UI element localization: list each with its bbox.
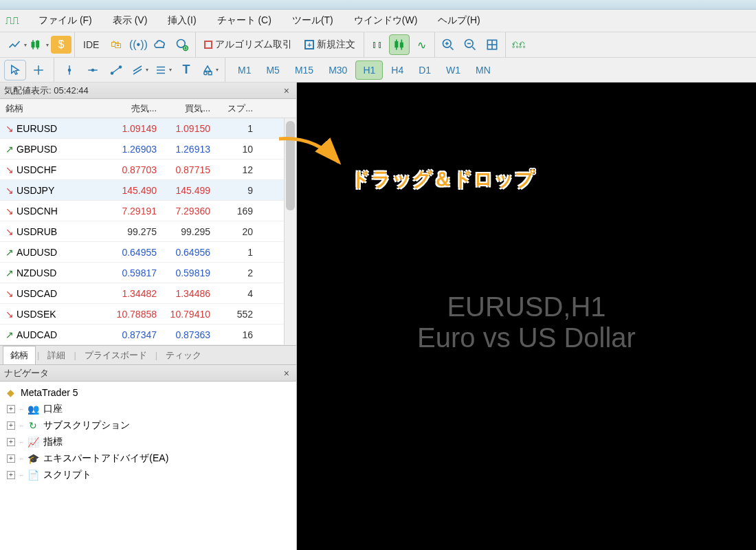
market-watch-header[interactable]: 気配値表示: 05:42:44 × — [0, 82, 296, 99]
direction-icon: ↘ — [5, 309, 14, 320]
cursor-tool-icon[interactable] — [4, 60, 26, 80]
candlestick-icon[interactable] — [389, 34, 410, 55]
grid-icon[interactable] — [482, 34, 502, 55]
table-row[interactable]: ↗GBPUSD1.269031.2691310 — [0, 139, 296, 160]
table-row[interactable]: ↘USDCHF0.877030.8771512 — [0, 160, 296, 180]
table-row[interactable]: ↘USDJPY145.490145.4999 — [0, 180, 296, 201]
ask-price: 0.87715 — [162, 164, 216, 175]
text-tool-icon[interactable]: T — [175, 60, 197, 80]
close-icon[interactable]: × — [281, 85, 292, 96]
main-toolbar: ▾ ▾ $ IDE 🛍 ((•)) アルゴリズム取引 + 新規注文 ⫾⫾ ∿ ⎌… — [0, 32, 756, 58]
market-watch-title: 気配値表示: 05:42:44 — [4, 85, 89, 97]
navigator-item[interactable]: +···↻サブスクリプション — [4, 417, 292, 434]
ide-button[interactable]: IDE — [78, 34, 104, 55]
timeframe-h1[interactable]: H1 — [355, 60, 383, 80]
svg-line-28 — [112, 67, 120, 73]
scrollbar-thumb[interactable] — [286, 121, 295, 210]
col-ask[interactable]: 買気... — [162, 102, 216, 115]
direction-icon: ↘ — [5, 288, 14, 299]
refresh-icon: ↻ — [27, 419, 39, 432]
menu-view[interactable]: 表示 (V) — [109, 12, 152, 30]
line-wave-icon[interactable]: ∿ — [411, 34, 432, 55]
horizontal-line-tool-icon[interactable] — [82, 60, 104, 80]
table-row[interactable]: ↘USDCAD1.344821.344864 — [0, 283, 296, 304]
channel-tool-icon[interactable]: ▾ — [129, 60, 151, 80]
menu-chart[interactable]: チャート (C) — [213, 12, 276, 30]
zoom-out-icon[interactable] — [460, 34, 480, 55]
algo-trading-button[interactable]: アルゴリズム取引 — [199, 34, 298, 55]
scrollbar[interactable] — [284, 118, 296, 345]
bid-price: 7.29191 — [109, 206, 162, 217]
tab-symbols[interactable]: 銘柄 — [3, 346, 36, 364]
timeframe-mn[interactable]: MN — [469, 61, 498, 79]
menu-window[interactable]: ウインドウ(W) — [350, 12, 422, 30]
signal-icon[interactable]: ((•)) — [128, 34, 148, 55]
table-row[interactable]: ↗AUDCAD0.873470.8736316 — [0, 324, 296, 345]
zoom-in-icon[interactable] — [438, 34, 458, 55]
timeframe-d1[interactable]: D1 — [412, 61, 438, 79]
navigator-item[interactable]: +···📈指標 — [4, 434, 292, 450]
expand-icon[interactable]: + — [7, 421, 15, 430]
timeframe-m1[interactable]: M1 — [231, 61, 258, 79]
navigator-item[interactable]: +···🎓エキスパートアドバイザ(EA) — [4, 450, 292, 467]
tab-tick[interactable]: ティック — [159, 346, 208, 364]
expand-icon[interactable]: + — [7, 471, 15, 479]
navigator-header[interactable]: ナビゲータ × — [0, 365, 296, 382]
navigator-item[interactable]: +···📄スクリプト — [4, 467, 292, 483]
table-row[interactable]: ↘EURUSD1.091491.091501 — [0, 118, 296, 139]
table-row[interactable]: ↘USDCNH7.291917.29360169 — [0, 201, 296, 221]
svg-point-27 — [92, 69, 94, 71]
navigator-root[interactable]: ◆ MetaTrader 5 — [4, 384, 292, 401]
navigator-item-label: 指標 — [43, 436, 63, 448]
tab-priceboard[interactable]: プライスボード — [78, 346, 154, 364]
chart-candles-icon[interactable]: ▾ — [29, 34, 49, 55]
timeframe-m15[interactable]: M15 — [288, 61, 320, 79]
col-bid[interactable]: 売気... — [109, 102, 162, 115]
crosshair-tool-icon[interactable] — [27, 60, 49, 80]
col-spread[interactable]: スプ... — [216, 102, 258, 115]
timeframe-w1[interactable]: W1 — [439, 61, 467, 79]
scroll-icon[interactable]: ⎌⎌ — [509, 34, 529, 55]
navigator-item[interactable]: +···👥口座 — [4, 401, 292, 417]
table-row[interactable]: ↘USDRUB99.27599.29520 — [0, 221, 296, 242]
vps-add-icon[interactable] — [172, 34, 192, 55]
shapes-tool-icon[interactable]: ▾ — [199, 60, 221, 80]
col-symbol[interactable]: 銘柄 — [0, 102, 109, 115]
shopping-bag-icon[interactable]: 🛍 — [106, 34, 126, 55]
navigator-title: ナビゲータ — [4, 367, 49, 380]
table-row[interactable]: ↗NZDUSD0.598170.598192 — [0, 263, 296, 283]
cloud-icon[interactable] — [150, 34, 170, 55]
spread-value: 1 — [216, 123, 258, 134]
spread-value: 552 — [216, 309, 258, 320]
menu-help[interactable]: ヘルプ(H) — [434, 12, 484, 30]
table-row[interactable]: ↗AUDUSD0.649550.649561 — [0, 242, 296, 263]
timeframe-h4[interactable]: H4 — [384, 61, 410, 79]
navigator-item-label: スクリプト — [43, 469, 91, 481]
direction-icon: ↗ — [5, 247, 14, 258]
vertical-line-tool-icon[interactable] — [58, 60, 80, 80]
timeframe-m30[interactable]: M30 — [322, 61, 354, 79]
tab-details[interactable]: 詳細 — [41, 346, 72, 364]
chart-area[interactable]: EURUSD,H1 Euro vs US Dollar — [297, 82, 756, 550]
symbol-name: GBPUSD — [16, 144, 57, 155]
timeframe-m5[interactable]: M5 — [259, 61, 286, 79]
navigator-item-label: エキスパートアドバイザ(EA) — [43, 452, 168, 465]
direction-icon: ↘ — [5, 206, 14, 217]
expand-icon[interactable]: + — [7, 405, 15, 413]
fibo-tool-icon[interactable]: ▾ — [152, 60, 174, 80]
menu-file[interactable]: ファイル (F) — [34, 12, 96, 30]
dollar-icon[interactable]: $ — [51, 36, 71, 54]
chart-line-icon[interactable]: ▾ — [7, 34, 27, 55]
expand-icon[interactable]: + — [7, 454, 15, 463]
trend-line-tool-icon[interactable] — [105, 60, 127, 80]
script-icon: 📄 — [27, 469, 39, 481]
close-icon[interactable]: × — [281, 368, 292, 379]
svg-rect-11 — [401, 43, 403, 47]
menu-insert[interactable]: 挿入(I) — [164, 12, 200, 30]
new-order-button[interactable]: + 新規注文 — [299, 34, 361, 55]
direction-icon: ↘ — [5, 185, 14, 196]
menu-tools[interactable]: ツール(T) — [288, 12, 337, 30]
bar-chart-icon[interactable]: ⫾⫾ — [367, 34, 388, 55]
expand-icon[interactable]: + — [7, 438, 15, 446]
table-row[interactable]: ↘USDSEK10.7885810.79410552 — [0, 304, 296, 324]
